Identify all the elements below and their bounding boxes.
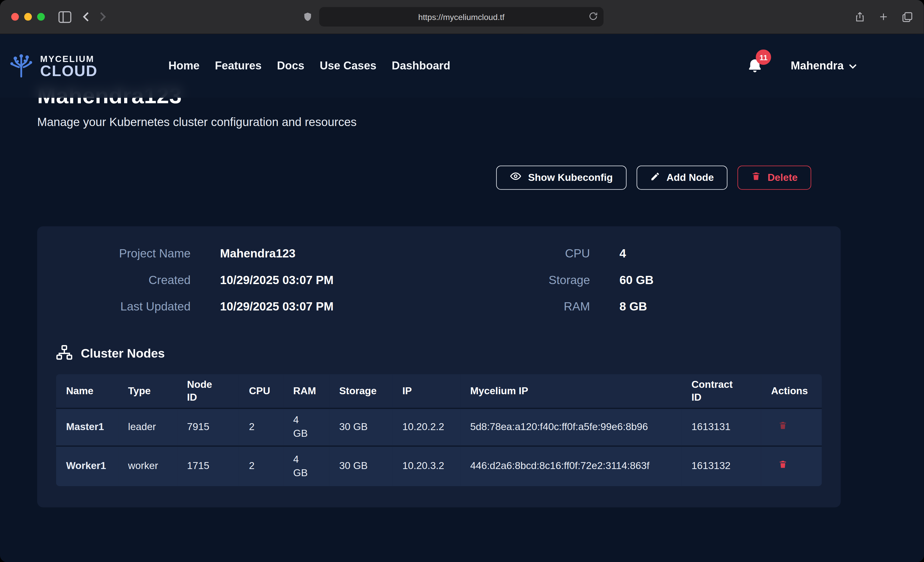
- col-ip: IP: [392, 374, 460, 408]
- cluster-nodes-header: Cluster Nodes: [56, 345, 822, 362]
- col-contract-id: Contract ID: [681, 374, 761, 408]
- nav-item-dashboard[interactable]: Dashboard: [392, 60, 450, 72]
- cpu-value: 4: [620, 241, 822, 267]
- new-tab-icon[interactable]: [878, 11, 889, 22]
- back-icon[interactable]: [82, 12, 89, 22]
- address-bar-zone: https://myceliumcloud.tf: [303, 0, 603, 34]
- col-actions: Actions: [761, 374, 822, 408]
- show-kubeconfig-button[interactable]: Show Kubeconfig: [496, 166, 626, 190]
- node-name: Master1: [56, 408, 118, 446]
- node-ram: 4 GB: [283, 446, 329, 486]
- navbar-right: 11 Mahendra: [747, 58, 856, 74]
- nav-item-features[interactable]: Features: [215, 60, 262, 72]
- bell-icon: [747, 66, 763, 76]
- section-title: Cluster Nodes: [81, 347, 165, 361]
- notification-count-badge: 11: [756, 49, 771, 65]
- reload-icon[interactable]: [588, 11, 598, 21]
- top-navbar: MYCELIUM CLOUD Home Features Docs Use Ca…: [0, 34, 924, 97]
- node-storage: 30 GB: [329, 408, 392, 446]
- notifications-button[interactable]: 11: [747, 58, 764, 74]
- table-row: Worker1 worker 1715 2 4 GB 30 GB 10.20.3…: [56, 446, 822, 486]
- share-icon[interactable]: [854, 10, 866, 23]
- delete-node-button[interactable]: [771, 420, 788, 432]
- logo-text-top: MYCELIUM: [40, 54, 98, 63]
- user-menu[interactable]: Mahendra: [790, 60, 856, 72]
- toolbar-right-icons: [854, 0, 913, 34]
- eye-icon: [510, 171, 522, 184]
- nav-links: Home Features Docs Use Cases Dashboard: [168, 60, 450, 72]
- url-text: https://myceliumcloud.tf: [418, 12, 505, 21]
- minimize-window-button[interactable]: [24, 13, 32, 21]
- main-content: Mahendra123 Manage your Kubernetes clust…: [0, 34, 924, 507]
- info-label: CPU: [462, 241, 590, 267]
- user-name: Mahendra: [790, 60, 843, 72]
- add-node-button[interactable]: Add Node: [636, 166, 728, 190]
- cluster-detail-card: Project Name Mahendra123 CPU 4 Created 1…: [37, 226, 841, 507]
- nav-item-use-cases[interactable]: Use Cases: [320, 60, 376, 72]
- node-ram: 4 GB: [283, 408, 329, 446]
- delete-node-button[interactable]: [771, 459, 788, 471]
- table-row: Master1 leader 7915 2 4 GB 30 GB 10.20.2…: [56, 408, 822, 446]
- forward-icon[interactable]: [100, 12, 106, 22]
- project-name-value: Mahendra123: [220, 241, 432, 267]
- node-type: worker: [118, 446, 177, 486]
- nav-item-home[interactable]: Home: [168, 60, 200, 72]
- node-type: leader: [118, 408, 177, 446]
- node-mycelium-ip: 5d8:78ea:a120:f40c:ff0f:a5fe:99e6:8b96: [460, 408, 681, 446]
- page-viewport: MYCELIUM CLOUD Home Features Docs Use Ca…: [0, 34, 924, 562]
- chevron-down-icon: [849, 61, 856, 71]
- node-contract-id: 1613132: [681, 446, 761, 486]
- browser-toolbar: https://myceliumcloud.tf: [0, 0, 924, 34]
- trash-icon: [751, 171, 761, 184]
- info-label: Last Updated: [56, 294, 191, 320]
- col-type: Type: [118, 374, 177, 408]
- browser-window: https://myceliumcloud.tf: [0, 0, 924, 562]
- col-mycelium-ip: Mycelium IP: [460, 374, 681, 408]
- mycelium-logo-icon: [7, 52, 35, 80]
- sidebar-toggle-icon[interactable]: [58, 10, 72, 23]
- hierarchy-icon: [56, 345, 73, 362]
- node-contract-id: 1613131: [681, 408, 761, 446]
- cluster-info-grid: Project Name Mahendra123 CPU 4 Created 1…: [56, 241, 822, 320]
- last-updated-value: 10/29/2025 03:07 PM: [220, 294, 432, 320]
- storage-value: 60 GB: [620, 267, 822, 294]
- node-mycelium-ip: 446:d2a6:8bcd:8c16:ff0f:72e2:3114:863f: [460, 446, 681, 486]
- cluster-nodes-table: Name Type Node ID CPU RAM Storage IP Myc…: [56, 374, 822, 486]
- node-id: 1715: [177, 446, 239, 486]
- col-storage: Storage: [329, 374, 392, 408]
- ram-value: 8 GB: [620, 294, 822, 320]
- node-ip: 10.20.3.2: [392, 446, 460, 486]
- pencil-icon: [650, 171, 660, 184]
- node-cpu: 2: [239, 446, 284, 486]
- node-ip: 10.20.2.2: [392, 408, 460, 446]
- url-input[interactable]: https://myceliumcloud.tf: [319, 7, 604, 27]
- delete-cluster-button[interactable]: Delete: [738, 166, 812, 190]
- col-node-id: Node ID: [177, 374, 239, 408]
- node-storage: 30 GB: [329, 446, 392, 486]
- trash-icon: [778, 463, 788, 472]
- info-label: Storage: [462, 267, 590, 294]
- brand-logo[interactable]: MYCELIUM CLOUD: [7, 52, 98, 80]
- info-label: RAM: [462, 294, 590, 320]
- node-name: Worker1: [56, 446, 118, 486]
- privacy-shield-icon[interactable]: [303, 11, 313, 22]
- window-controls: [0, 13, 45, 21]
- info-label: Project Name: [56, 241, 191, 267]
- node-cpu: 2: [239, 408, 284, 446]
- scaled-stage: https://myceliumcloud.tf: [0, 0, 924, 562]
- cluster-actions: Show Kubeconfig Add Node Delete: [37, 166, 811, 190]
- trash-icon: [778, 423, 788, 432]
- col-name: Name: [56, 374, 118, 408]
- created-value: 10/29/2025 03:07 PM: [220, 267, 432, 294]
- close-window-button[interactable]: [11, 13, 19, 21]
- zoom-window-button[interactable]: [37, 13, 45, 21]
- table-header-row: Name Type Node ID CPU RAM Storage IP Myc…: [56, 374, 822, 408]
- info-label: Created: [56, 267, 191, 294]
- tab-overview-icon[interactable]: [902, 11, 913, 23]
- col-ram: RAM: [283, 374, 329, 408]
- node-id: 7915: [177, 408, 239, 446]
- logo-text-bottom: CLOUD: [40, 63, 98, 78]
- col-cpu: CPU: [239, 374, 284, 408]
- page-subtitle: Manage your Kubernetes cluster configura…: [37, 115, 841, 129]
- nav-item-docs[interactable]: Docs: [277, 60, 304, 72]
